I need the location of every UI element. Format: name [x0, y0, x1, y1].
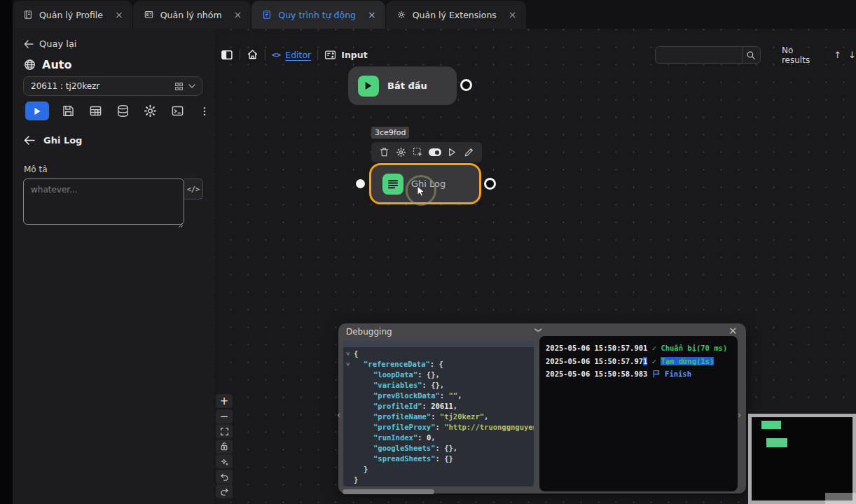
auto-layout-button[interactable] [216, 454, 233, 468]
search-prev-button[interactable]: ↑ [834, 50, 841, 60]
back-arrow-icon [24, 40, 34, 48]
table-button[interactable] [87, 103, 104, 120]
editor-link[interactable]: <> Editor [272, 50, 311, 60]
json-line: "spreadSheets": {} [343, 454, 534, 464]
json-line: "profileProxy": "http://truonggnguyen50: [343, 422, 534, 433]
expand-chevron-icon[interactable]: > [343, 352, 353, 356]
start-output-port[interactable] [460, 79, 472, 91]
input-button[interactable]: Input [324, 50, 367, 60]
log-output-port[interactable] [484, 178, 496, 190]
code-toggle-button[interactable]: </> [184, 178, 203, 200]
database-button[interactable] [114, 103, 131, 120]
search-next-button[interactable]: ↓ [848, 50, 856, 60]
log-message: Chuẩn bị(70 ms) [661, 344, 727, 352]
gear-icon [144, 104, 157, 118]
select-cursor-icon [413, 147, 424, 158]
settings-button[interactable] [141, 103, 158, 120]
editor-label: Editor [285, 50, 311, 60]
search-results-label: No results [782, 46, 824, 65]
tab-profile[interactable]: Quản lý Profile× [13, 1, 132, 29]
extensions-tab-icon [396, 10, 406, 20]
expand-chevron-icon[interactable]: > [343, 363, 353, 366]
description-label: Mô tả [24, 164, 48, 174]
trash-icon [379, 147, 389, 158]
save-button[interactable] [60, 103, 76, 120]
log-line[interactable]: 2025-05-06 15:50:57.901 ✓ Chuẩn bị(70 ms… [546, 342, 738, 355]
undo-icon [220, 472, 229, 481]
minimap[interactable] [748, 414, 856, 504]
select-element-button[interactable] [412, 146, 424, 159]
tab-close-icon[interactable]: × [509, 10, 517, 20]
json-viewer[interactable]: >{>"referenceData": {"loopData": {},"var… [343, 341, 534, 486]
node-panel-back-button[interactable]: Ghi Log [24, 135, 82, 146]
profile-select[interactable]: 20611 : tj20kezr [23, 76, 202, 96]
search-icon [746, 50, 756, 60]
description-textarea[interactable] [23, 178, 184, 225]
back-button[interactable]: Quay lại [24, 38, 76, 49]
log-timestamp: 2025-05-06 15:50:57.971 [546, 357, 647, 365]
start-node-label: Bắt đầu [387, 80, 427, 91]
panel-left-chevron[interactable]: ‹ [337, 410, 340, 420]
panel-toggle-button[interactable] [221, 49, 233, 61]
run-button[interactable] [25, 102, 49, 120]
tab-bar: Quản lý Profile×Quản lý nhóm×Quy trình t… [13, 0, 856, 29]
log-line[interactable]: 2025-05-06 15:50:57.971 ✓ Tạm dừng(1s) [546, 355, 738, 368]
enable-toggle[interactable] [429, 146, 441, 159]
home-button[interactable] [247, 49, 258, 60]
json-horizontal-scrollbar[interactable] [343, 489, 434, 494]
redo-button[interactable] [216, 484, 233, 498]
minimap-viewport [825, 493, 856, 504]
tab-close-icon[interactable]: × [115, 10, 123, 20]
collapse-chevron-icon[interactable]: ❮ [534, 327, 541, 332]
json-viewer-topbar [343, 341, 534, 347]
start-node[interactable]: Bắt đầu [348, 66, 457, 105]
window-edge-strip [0, 0, 13, 504]
workflow-tab-icon [262, 10, 272, 20]
tab-close-icon[interactable]: × [234, 10, 242, 20]
node-panel-title: Ghi Log [43, 135, 82, 146]
start-node-play-icon [358, 76, 379, 97]
tab-label: Quản lý nhóm [160, 10, 222, 20]
delete-node-button[interactable] [378, 146, 390, 159]
debug-panel: Debugging ❮ ✕ >{>"referenceData": {"loop… [338, 323, 746, 493]
gear-icon [396, 147, 406, 158]
app-window: Quản lý Profile×Quản lý nhóm×Quy trình t… [0, 0, 856, 504]
minimap-node [766, 438, 787, 447]
sidebar: Quay lại Auto 20611 : tj20kezr [13, 29, 214, 504]
log-input-port[interactable] [356, 179, 365, 188]
profile-tab-icon [23, 10, 33, 20]
fit-view-button[interactable] [216, 424, 233, 438]
json-line: "googleSheets": {}, [343, 443, 534, 454]
log-message: Finish [665, 370, 691, 378]
terminal-button[interactable] [169, 103, 186, 120]
zoom-out-button[interactable]: − [216, 410, 233, 424]
more-button[interactable] [196, 103, 213, 120]
sparkle-icon [220, 457, 229, 466]
code-icon: </> [187, 186, 200, 193]
panel-right-chevron[interactable]: › [738, 410, 741, 420]
edit-node-button[interactable] [463, 146, 476, 159]
tab-groups[interactable]: Quản lý nhóm× [133, 1, 251, 29]
undo-button[interactable] [216, 470, 233, 484]
lock-button[interactable] [216, 440, 233, 454]
workflow-canvas[interactable]: <> Editor Input No results ↑ ↓ [214, 29, 856, 504]
tab-extensions[interactable]: Quản lý Extensions× [386, 1, 526, 29]
tab-workflows[interactable]: Quy trình tự động× [251, 1, 385, 29]
profile-select-value: 20611 : tj20kezr [31, 81, 99, 91]
search-button[interactable] [742, 46, 761, 64]
tab-close-icon[interactable]: × [368, 10, 376, 20]
node-run-button[interactable] [446, 146, 458, 159]
zoom-in-button[interactable]: + [216, 394, 233, 408]
title-row: Auto [24, 58, 71, 71]
json-line: >"referenceData": { [343, 359, 534, 370]
database-icon [116, 104, 130, 118]
debug-log-list[interactable]: 2025-05-06 15:50:57.901 ✓ Chuẩn bị(70 ms… [539, 336, 738, 491]
input-icon [324, 50, 336, 60]
chevron-down-icon [188, 84, 195, 88]
search-input[interactable] [655, 46, 742, 64]
table-icon [89, 104, 102, 118]
tab-label: Quy trình tự động [278, 10, 356, 20]
node-settings-button[interactable] [394, 146, 407, 159]
back-arrow-icon [24, 136, 35, 145]
log-line[interactable]: 2025-05-06 15:50:58.983 Finish [546, 368, 738, 381]
